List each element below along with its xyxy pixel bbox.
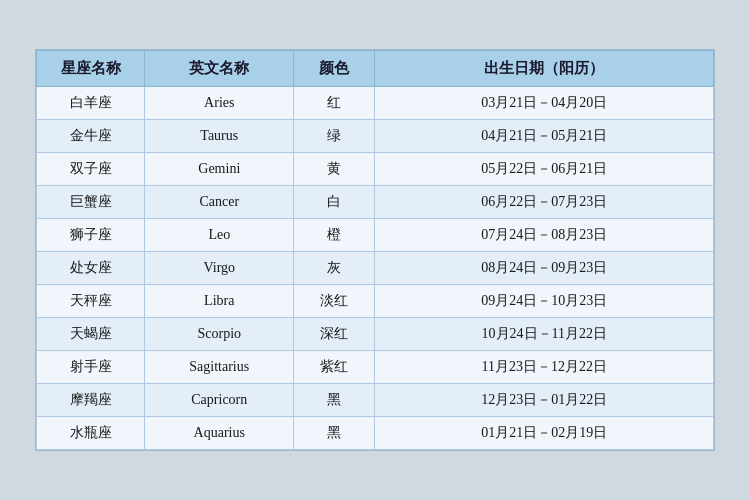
cell-date: 10月24日－11月22日: [375, 318, 714, 351]
cell-chinese-name: 水瓶座: [37, 417, 145, 450]
cell-english-name: Gemini: [145, 153, 294, 186]
table-row: 射手座Sagittarius紫红11月23日－12月22日: [37, 351, 714, 384]
cell-date: 06月22日－07月23日: [375, 186, 714, 219]
table-row: 白羊座Aries红03月21日－04月20日: [37, 87, 714, 120]
cell-chinese-name: 狮子座: [37, 219, 145, 252]
table-header-row: 星座名称 英文名称 颜色 出生日期（阳历）: [37, 51, 714, 87]
cell-color: 淡红: [294, 285, 375, 318]
cell-english-name: Cancer: [145, 186, 294, 219]
cell-english-name: Capricorn: [145, 384, 294, 417]
cell-color: 紫红: [294, 351, 375, 384]
table-row: 处女座Virgo灰08月24日－09月23日: [37, 252, 714, 285]
cell-chinese-name: 双子座: [37, 153, 145, 186]
cell-chinese-name: 处女座: [37, 252, 145, 285]
cell-chinese-name: 巨蟹座: [37, 186, 145, 219]
cell-date: 08月24日－09月23日: [375, 252, 714, 285]
cell-english-name: Aquarius: [145, 417, 294, 450]
cell-english-name: Virgo: [145, 252, 294, 285]
table-row: 天蝎座Scorpio深红10月24日－11月22日: [37, 318, 714, 351]
cell-english-name: Sagittarius: [145, 351, 294, 384]
cell-chinese-name: 天蝎座: [37, 318, 145, 351]
cell-color: 绿: [294, 120, 375, 153]
cell-chinese-name: 射手座: [37, 351, 145, 384]
header-english-name: 英文名称: [145, 51, 294, 87]
cell-english-name: Leo: [145, 219, 294, 252]
cell-color: 橙: [294, 219, 375, 252]
cell-english-name: Aries: [145, 87, 294, 120]
cell-color: 深红: [294, 318, 375, 351]
cell-color: 白: [294, 186, 375, 219]
cell-date: 03月21日－04月20日: [375, 87, 714, 120]
cell-date: 12月23日－01月22日: [375, 384, 714, 417]
table-row: 天秤座Libra淡红09月24日－10月23日: [37, 285, 714, 318]
cell-english-name: Libra: [145, 285, 294, 318]
cell-chinese-name: 摩羯座: [37, 384, 145, 417]
cell-color: 黑: [294, 384, 375, 417]
table-row: 双子座Gemini黄05月22日－06月21日: [37, 153, 714, 186]
cell-date: 11月23日－12月22日: [375, 351, 714, 384]
cell-date: 05月22日－06月21日: [375, 153, 714, 186]
table-row: 水瓶座Aquarius黑01月21日－02月19日: [37, 417, 714, 450]
table-row: 摩羯座Capricorn黑12月23日－01月22日: [37, 384, 714, 417]
table-row: 巨蟹座Cancer白06月22日－07月23日: [37, 186, 714, 219]
cell-chinese-name: 白羊座: [37, 87, 145, 120]
cell-color: 黑: [294, 417, 375, 450]
cell-english-name: Scorpio: [145, 318, 294, 351]
cell-color: 黄: [294, 153, 375, 186]
cell-date: 01月21日－02月19日: [375, 417, 714, 450]
zodiac-table-container: 星座名称 英文名称 颜色 出生日期（阳历） 白羊座Aries红03月21日－04…: [35, 49, 715, 451]
table-row: 狮子座Leo橙07月24日－08月23日: [37, 219, 714, 252]
cell-color: 灰: [294, 252, 375, 285]
table-body: 白羊座Aries红03月21日－04月20日金牛座Taurus绿04月21日－0…: [37, 87, 714, 450]
zodiac-table: 星座名称 英文名称 颜色 出生日期（阳历） 白羊座Aries红03月21日－04…: [36, 50, 714, 450]
cell-chinese-name: 金牛座: [37, 120, 145, 153]
cell-date: 09月24日－10月23日: [375, 285, 714, 318]
cell-color: 红: [294, 87, 375, 120]
cell-chinese-name: 天秤座: [37, 285, 145, 318]
table-row: 金牛座Taurus绿04月21日－05月21日: [37, 120, 714, 153]
header-chinese-name: 星座名称: [37, 51, 145, 87]
header-date: 出生日期（阳历）: [375, 51, 714, 87]
cell-english-name: Taurus: [145, 120, 294, 153]
header-color: 颜色: [294, 51, 375, 87]
cell-date: 04月21日－05月21日: [375, 120, 714, 153]
cell-date: 07月24日－08月23日: [375, 219, 714, 252]
